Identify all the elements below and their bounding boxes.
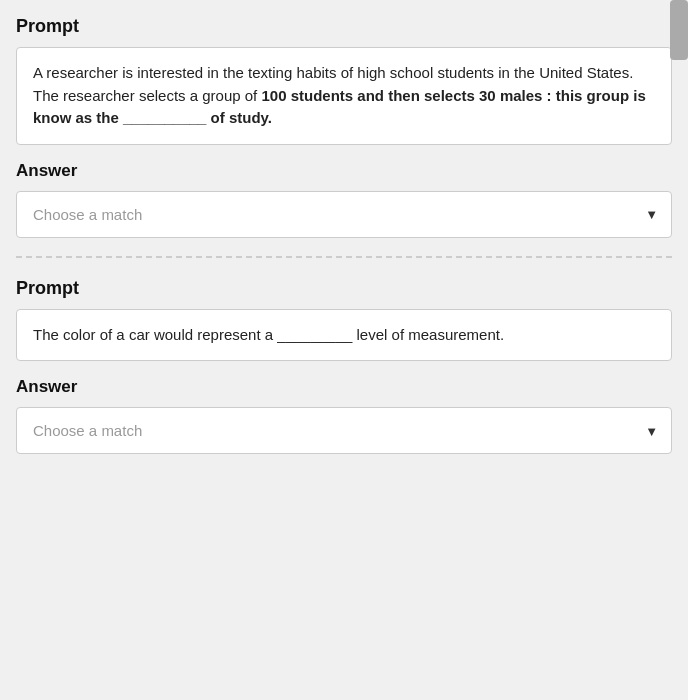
prompt-label-1: Prompt	[16, 16, 672, 37]
prompt-text-1: A researcher is interested in the textin…	[16, 47, 672, 145]
prompt-label-2: Prompt	[16, 278, 672, 299]
answer-label-2: Answer	[16, 377, 672, 397]
prompt-text-2: The color of a car would represent a ___…	[16, 309, 672, 362]
prompt-text-2-content: The color of a car would represent a ___…	[33, 326, 504, 343]
answer-dropdown-1[interactable]: Choose a match Sample Population Paramet…	[16, 191, 672, 238]
scrollbar[interactable]	[670, 0, 688, 60]
page-container: Prompt A researcher is interested in the…	[0, 0, 688, 700]
question-block-2: Prompt The color of a car would represen…	[0, 262, 688, 455]
question-block-1: Prompt A researcher is interested in the…	[0, 0, 688, 238]
answer-label-1: Answer	[16, 161, 672, 181]
section-divider	[16, 256, 672, 258]
answer-dropdown-2[interactable]: Choose a match Nominal Ordinal Interval …	[16, 407, 672, 454]
answer-dropdown-wrapper-1: Choose a match Sample Population Paramet…	[16, 191, 672, 238]
answer-dropdown-wrapper-2: Choose a match Nominal Ordinal Interval …	[16, 407, 672, 454]
